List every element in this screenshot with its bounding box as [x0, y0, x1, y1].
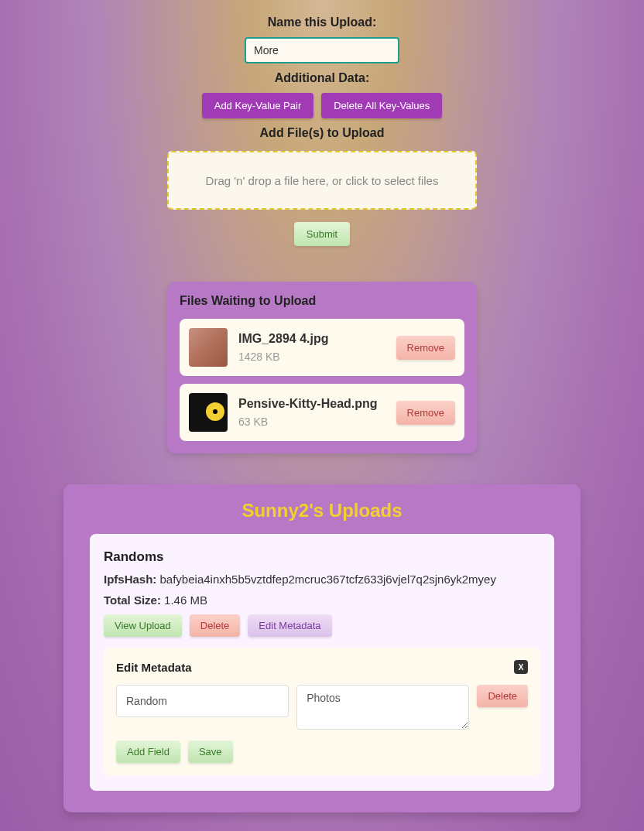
close-metadata-button[interactable]: X	[514, 660, 528, 674]
file-card: Pensive-Kitty-Head.png 63 KB Remove	[180, 384, 464, 441]
ipfs-hash-row: IpfsHash: bafybeia4inxh5b5vztdfep2mcruc3…	[104, 573, 540, 586]
uploads-panel: Sunny2's Uploads Randoms IpfsHash: bafyb…	[63, 484, 581, 812]
name-upload-input[interactable]	[245, 37, 399, 63]
file-thumbnail-icon	[189, 328, 228, 367]
file-size: 63 KB	[238, 416, 385, 428]
total-size-label: Total Size:	[104, 593, 161, 607]
additional-data-label: Additional Data:	[275, 71, 370, 85]
metadata-header: Edit Metadata X	[116, 660, 528, 674]
edit-metadata-panel: Edit Metadata X Delete Add Field Save	[104, 648, 540, 775]
delete-kv-button[interactable]: Delete All Key-Values	[321, 93, 442, 118]
file-name: IMG_2894 4.jpg	[238, 332, 385, 346]
add-files-label: Add File(s) to Upload	[260, 126, 385, 140]
edit-metadata-button[interactable]: Edit Metadata	[248, 614, 331, 637]
add-kv-button[interactable]: Add Key-Value Pair	[202, 93, 314, 118]
total-size-row: Total Size: 1.46 MB	[104, 593, 540, 607]
uploads-title: Sunny2's Uploads	[90, 500, 554, 522]
upload-action-row: View Upload Delete Edit Metadata	[104, 614, 540, 637]
metadata-actions: Add Field Save	[116, 740, 528, 763]
upload-form: Name this Upload: Additional Data: Add K…	[167, 15, 477, 246]
total-size-value: 1.46 MB	[164, 593, 207, 607]
add-field-button[interactable]: Add Field	[116, 740, 180, 763]
remove-file-button[interactable]: Remove	[396, 401, 455, 425]
file-name: Pensive-Kitty-Head.png	[238, 397, 385, 411]
file-dropzone[interactable]: Drag 'n' drop a file here, or click to s…	[167, 151, 477, 210]
ipfs-hash-label: IpfsHash:	[104, 573, 156, 586]
remove-file-button[interactable]: Remove	[396, 336, 455, 360]
file-info: IMG_2894 4.jpg 1428 KB	[238, 332, 385, 363]
name-upload-label: Name this Upload:	[268, 15, 376, 29]
upload-entry-title: Randoms	[104, 549, 540, 565]
edit-metadata-title: Edit Metadata	[116, 661, 192, 674]
upload-entry: Randoms IpfsHash: bafybeia4inxh5b5vztdfe…	[90, 534, 554, 791]
kv-button-row: Add Key-Value Pair Delete All Key-Values	[202, 93, 443, 118]
submit-button[interactable]: Submit	[294, 222, 350, 246]
file-size: 1428 KB	[238, 351, 385, 363]
file-card: IMG_2894 4.jpg 1428 KB Remove	[180, 319, 464, 376]
dropzone-text: Drag 'n' drop a file here, or click to s…	[206, 174, 439, 187]
files-waiting-title: Files Waiting to Upload	[180, 294, 464, 308]
view-upload-button[interactable]: View Upload	[104, 614, 182, 637]
save-metadata-button[interactable]: Save	[188, 740, 233, 763]
file-thumbnail-icon	[189, 393, 228, 432]
metadata-field-row: Delete	[116, 685, 528, 730]
ipfs-hash-value: bafybeia4inxh5b5vztdfep2mcruc367tcfz633j…	[160, 573, 496, 586]
metadata-value-textarea[interactable]	[296, 685, 469, 730]
delete-metadata-field-button[interactable]: Delete	[477, 685, 528, 707]
metadata-key-input[interactable]	[116, 685, 289, 717]
file-info: Pensive-Kitty-Head.png 63 KB	[238, 397, 385, 428]
delete-upload-button[interactable]: Delete	[190, 614, 241, 637]
files-waiting-panel: Files Waiting to Upload IMG_2894 4.jpg 1…	[167, 282, 477, 453]
